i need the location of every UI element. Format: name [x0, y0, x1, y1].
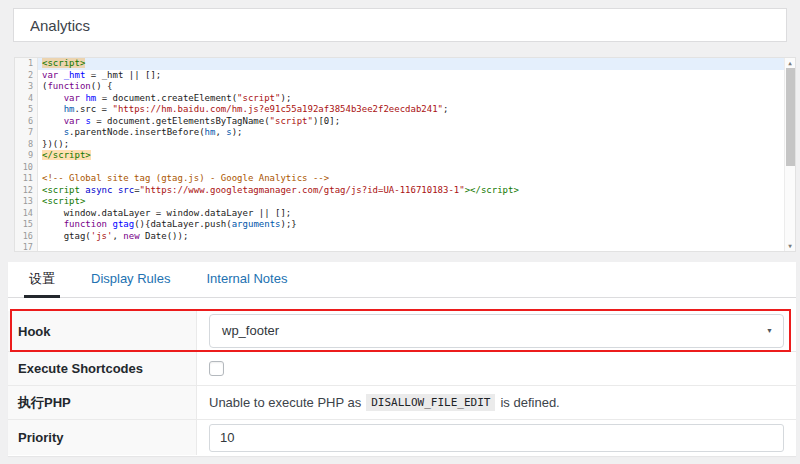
code-line-text[interactable]: (function() {: [38, 81, 795, 93]
code-editor[interactable]: 1<script>2var _hmt = _hmt || [];3(functi…: [14, 57, 796, 252]
line-number: 16: [15, 231, 38, 243]
line-number: 15: [15, 219, 38, 231]
line-number: 14: [15, 208, 38, 220]
scrollbar-thumb[interactable]: [786, 68, 795, 166]
tab-internal-notes[interactable]: Internal Notes: [201, 262, 292, 297]
line-number: 7: [15, 127, 38, 139]
line-number: 17: [15, 242, 38, 252]
code-line-text[interactable]: })();: [38, 139, 795, 151]
line-number: 6: [15, 116, 38, 128]
tab-display-rules[interactable]: Display Rules: [86, 262, 175, 297]
code-line[interactable]: 9</script>: [15, 150, 795, 162]
code-line[interactable]: 15 function gtag(){dataLayer.push(argume…: [15, 219, 795, 231]
line-number: 3: [15, 81, 38, 93]
code-line[interactable]: 10: [15, 162, 795, 174]
tab-settings[interactable]: 设置: [24, 262, 60, 298]
line-number: 12: [15, 185, 38, 197]
line-number: 2: [15, 70, 38, 82]
code-line-text[interactable]: hm.src = "https://hm.baidu.com/hm.js?e91…: [38, 104, 795, 116]
settings-tab-bar: 设置 Display Rules Internal Notes: [8, 262, 796, 298]
code-line-text[interactable]: <script>: [38, 196, 795, 208]
execute-php-label: 执行PHP: [8, 386, 197, 419]
code-line-text[interactable]: var _hmt = _hmt || [];: [38, 70, 795, 82]
snippet-settings-card: 设置 Display Rules Internal Notes Hook wp_…: [8, 262, 796, 456]
priority-label: Priority: [8, 420, 197, 455]
code-line[interactable]: 11<!-- Global site tag (gtag.js) - Googl…: [15, 173, 795, 185]
code-line-text[interactable]: [38, 162, 795, 174]
code-line[interactable]: 1<script>: [15, 58, 795, 70]
snippet-title-input[interactable]: [13, 8, 787, 42]
settings-form: Hook wp_footer ▼ Execute Shortcodes 执行PH…: [8, 311, 796, 455]
php-message-after: is defined.: [500, 395, 559, 410]
code-line-text[interactable]: </script>: [38, 150, 795, 162]
code-line-text[interactable]: [38, 242, 795, 252]
code-line-text[interactable]: <script>: [38, 58, 795, 70]
code-line-text[interactable]: s.parentNode.insertBefore(hm, s);: [38, 127, 795, 139]
code-line[interactable]: 2var _hmt = _hmt || [];: [15, 70, 795, 82]
code-line-text[interactable]: window.dataLayer = window.dataLayer || […: [38, 208, 795, 220]
hook-select[interactable]: wp_footer ▼: [209, 314, 784, 348]
hook-label: Hook: [8, 311, 197, 351]
code-line-text[interactable]: var hm = document.createElement("script"…: [38, 93, 795, 105]
code-line[interactable]: 17: [15, 242, 795, 252]
php-constant-chip: DISALLOW_FILE_EDIT: [366, 394, 495, 411]
line-number: 9: [15, 150, 38, 162]
scroll-up-icon[interactable]: ▲: [785, 58, 795, 68]
line-number: 10: [15, 162, 38, 174]
line-number: 13: [15, 196, 38, 208]
code-line[interactable]: 6 var s = document.getElementsByTagName(…: [15, 116, 795, 128]
execute-shortcodes-checkbox[interactable]: [209, 361, 224, 376]
code-line[interactable]: 3(function() {: [15, 81, 795, 93]
code-line[interactable]: 4 var hm = document.createElement("scrip…: [15, 93, 795, 105]
execute-php-message: Unable to execute PHP as DISALLOW_FILE_E…: [197, 386, 796, 419]
execute-php-row: 执行PHP Unable to execute PHP as DISALLOW_…: [8, 385, 796, 419]
line-number: 8: [15, 139, 38, 151]
priority-input[interactable]: [209, 424, 784, 452]
editor-scrollbar[interactable]: ▲ ▼: [784, 58, 795, 251]
php-message-before: Unable to execute PHP as: [209, 395, 361, 410]
code-line[interactable]: 16 gtag('js', new Date());: [15, 231, 795, 243]
code-line-text[interactable]: gtag('js', new Date());: [38, 231, 795, 243]
code-line[interactable]: 12<script async src="https://www.googlet…: [15, 185, 795, 197]
code-line[interactable]: 8})();: [15, 139, 795, 151]
code-lines: 1<script>2var _hmt = _hmt || [];3(functi…: [15, 58, 795, 252]
line-number: 11: [15, 173, 38, 185]
execute-shortcodes-label: Execute Shortcodes: [8, 352, 197, 385]
line-number: 1: [15, 58, 38, 70]
chevron-down-icon: ▼: [766, 315, 773, 347]
code-line-text[interactable]: function gtag(){dataLayer.push(arguments…: [38, 219, 795, 231]
hook-row: Hook wp_footer ▼: [8, 311, 796, 351]
execute-shortcodes-row: Execute Shortcodes: [8, 351, 796, 385]
scroll-down-icon[interactable]: ▼: [785, 241, 795, 251]
code-line[interactable]: 13<script>: [15, 196, 795, 208]
code-line-text[interactable]: var s = document.getElementsByTagName("s…: [38, 116, 795, 128]
priority-row: Priority: [8, 419, 796, 455]
code-line[interactable]: 5 hm.src = "https://hm.baidu.com/hm.js?e…: [15, 104, 795, 116]
code-line[interactable]: 14 window.dataLayer = window.dataLayer |…: [15, 208, 795, 220]
line-number: 5: [15, 104, 38, 116]
hook-select-value: wp_footer: [222, 323, 279, 338]
line-number: 4: [15, 93, 38, 105]
code-line-text[interactable]: <script async src="https://www.googletag…: [38, 185, 795, 197]
code-line-text[interactable]: <!-- Global site tag (gtag.js) - Google …: [38, 173, 795, 185]
code-line[interactable]: 7 s.parentNode.insertBefore(hm, s);: [15, 127, 795, 139]
